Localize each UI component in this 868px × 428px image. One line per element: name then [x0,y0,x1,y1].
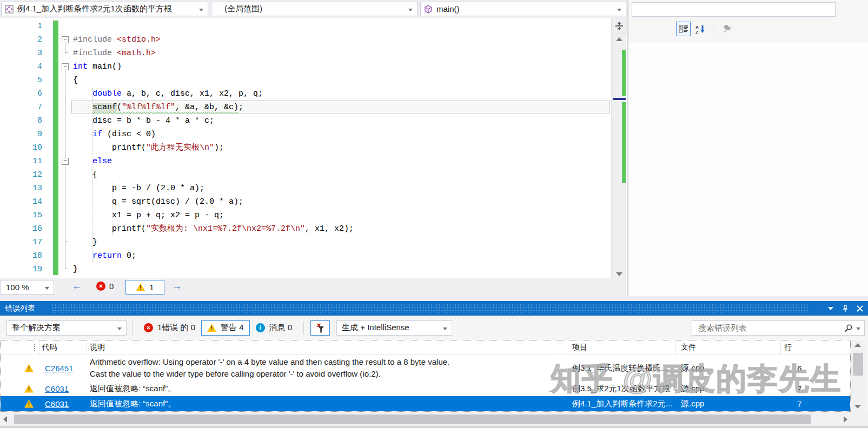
zoom-dropdown[interactable]: 100 % [0,280,54,295]
scroll-up-arrow[interactable] [854,343,861,347]
code-token[interactable]: } [73,265,78,274]
code-line[interactable]: 5{ [0,73,611,87]
grid-vertical-scrollbar[interactable] [851,340,865,412]
code-line-text[interactable]: disc = b * b - 4 * a * c; [73,114,214,128]
code-token[interactable] [73,130,92,139]
code-line-text[interactable]: #include <stdio.h> [73,33,161,46]
code-line[interactable]: 3#include <math.h> [0,46,611,60]
code-line[interactable]: 9 if (disc < 0) [0,128,611,141]
grid-horizontal-scrollbar[interactable] [0,412,851,426]
code-line-text[interactable]: int main() [73,60,122,73]
code-token[interactable]: #include [73,49,117,58]
code-token[interactable]: int [73,62,88,71]
code-line[interactable]: 11− else [0,155,611,168]
code-token[interactable]: disc = b * b - 4 * a * c; [73,116,214,125]
code-line-text[interactable]: } [73,263,78,276]
categorized-button[interactable] [676,22,691,36]
code-line[interactable]: 10 printf("此方程无实根\n"); [0,141,611,155]
warning-indicator[interactable]: 1 [125,280,164,295]
code-token[interactable]: return [92,251,122,260]
code-token[interactable]: , x1, x2); [305,224,354,233]
code-line-text[interactable]: p = -b / (2.0 * a); [73,182,204,195]
code-line-text[interactable]: #include <math.h> [73,46,156,60]
scroll-down-arrow[interactable] [854,405,861,409]
code-line[interactable]: 7 scanf("%lf%lf%lf", &a, &b, &c); [0,101,611,114]
splitter-handle[interactable] [612,18,627,34]
code-line-text[interactable]: return 0; [73,249,136,263]
code-line-text[interactable]: double a, b, c, disc, x1, x2, p, q; [73,87,263,101]
build-intellisense-dropdown[interactable]: 生成 + IntelliSense [336,320,452,336]
scroll-thumb[interactable] [853,353,863,376]
code-token[interactable]: { [73,170,97,179]
code-line[interactable]: 18 return 0; [0,249,611,263]
code-token[interactable]: x1 = p + q; x2 = p - q; [73,211,224,220]
code-line[interactable]: 1 [0,19,611,33]
panel-splitter[interactable] [0,296,868,301]
chevron-down-icon[interactable] [856,327,860,330]
code-token[interactable]: printf( [73,224,146,233]
fold-collapse-button[interactable]: − [62,36,69,43]
code-line[interactable]: 13 p = -b / (2.0 * a); [0,182,611,195]
code-line-text[interactable]: q = sqrt(disc) / (2.0 * a); [73,195,243,209]
code-token[interactable]: main() [88,62,122,71]
error-list-row[interactable]: C26451Arithmetic overflow: Using operato… [1,355,850,381]
code-line[interactable]: 6 double a, b, c, disc, x1, x2, p, q; [0,87,611,101]
code-area[interactable]: 12−#include <stdio.h>3#include <math.h>4… [0,18,611,278]
code-token[interactable]: double [92,89,122,98]
error-code-link[interactable]: C26451 [45,364,74,373]
errors-filter-button[interactable]: 1错误 的 0 [138,320,201,336]
scroll-left-arrow[interactable] [3,416,7,423]
code-token[interactable]: scanf [92,103,117,112]
error-list-title-bar[interactable]: 错误列表 [0,301,868,316]
column-header-code[interactable]: 代码 [39,340,87,355]
fold-collapse-button[interactable]: − [62,63,69,70]
code-line-text[interactable]: scanf("%lf%lf%lf", &a, &b, &c); [73,101,243,114]
code-token[interactable] [73,89,92,98]
code-line-text[interactable]: x1 = p + q; x2 = p - q; [73,209,224,222]
code-token[interactable]: (disc < 0) [102,130,156,139]
code-line-text[interactable]: { [73,73,78,87]
code-token[interactable]: a, b, c, disc, x1, x2, p, q; [122,89,263,98]
code-token[interactable]: p = -b / (2.0 * a); [73,184,204,193]
editor-vertical-scrollbar[interactable] [611,18,626,278]
property-pages-button[interactable] [719,22,733,36]
error-list-row[interactable]: C6031返回值被忽略: “scanf”。例4.1_加入判断条件求2元...源.… [1,396,850,411]
column-header-file[interactable]: 文件 [675,340,781,355]
code-token[interactable]: else [92,157,112,166]
scroll-down-arrow[interactable] [616,272,622,276]
code-token[interactable]: } [73,238,97,247]
window-position-button[interactable] [826,304,836,313]
code-token[interactable] [73,157,92,166]
file-dropdown[interactable]: 例4.1_加入判断条件求2元1次函数的平方根 [1,2,208,16]
error-list-row[interactable]: C6031返回值被忽略: “scanf”。例3.5_求2元1次函数平方根源.cp… [1,381,850,396]
scroll-thumb[interactable] [14,414,811,424]
code-token[interactable]: , &a, &b, &c) [175,103,238,112]
properties-object-combobox[interactable] [632,2,836,17]
next-issue-button[interactable]: → [172,280,182,292]
sort-alphabetical-button[interactable]: AZ [693,22,707,36]
scroll-up-arrow[interactable] [616,37,622,41]
code-token[interactable]: "此方程无实根\n" [146,143,214,152]
search-icon[interactable] [844,324,853,335]
column-header-severity[interactable] [1,340,39,355]
code-token[interactable]: #include [73,35,117,44]
code-token[interactable] [73,103,92,112]
member-dropdown[interactable]: main() [420,2,626,16]
code-line[interactable]: 15 x1 = p + q; x2 = p - q; [0,209,611,222]
column-grip[interactable] [34,344,36,351]
code-line-text[interactable]: } [73,236,97,249]
code-line-text[interactable]: printf("此方程无实根\n"); [73,141,224,155]
code-token[interactable]: ( [117,103,122,112]
clear-filters-button[interactable] [310,320,330,336]
messages-filter-button[interactable]: 消息 0 [250,320,299,336]
code-line[interactable]: 19} [0,263,611,276]
code-line[interactable]: 12 { [0,168,611,182]
scope-filter-dropdown[interactable]: 整个解决方案 [6,320,127,336]
error-indicator[interactable]: 0 [96,282,114,291]
error-code-link[interactable]: C6031 [45,399,69,409]
warnings-filter-button[interactable]: 警告 4 [201,320,250,336]
code-token[interactable]: { [73,76,78,85]
code-token[interactable]: <math.h> [117,49,156,58]
code-token[interactable]: ; [238,103,243,112]
code-line-text[interactable]: if (disc < 0) [73,128,156,141]
